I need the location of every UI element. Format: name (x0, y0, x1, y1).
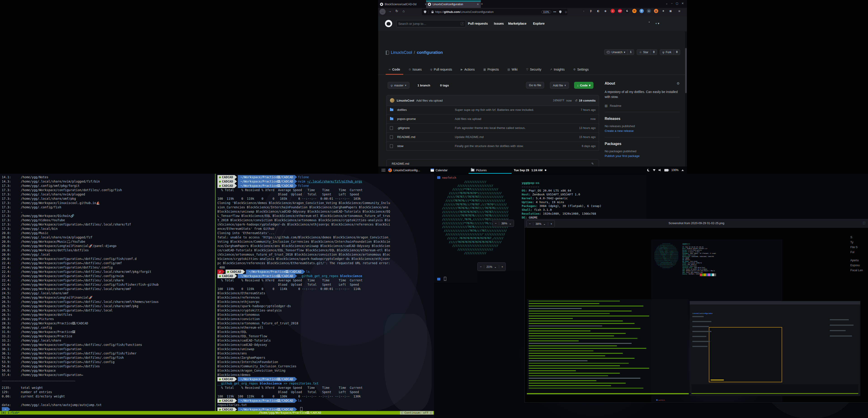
repo-tab-wiki[interactable]: ▤Wiki (504, 64, 521, 74)
file-link[interactable]: dotfiles (397, 108, 455, 112)
back-button[interactable]: ← (379, 8, 385, 15)
maximize-icon[interactable]: ▢ (676, 2, 678, 5)
tracking-shield-icon[interactable] (424, 10, 426, 13)
readme-link[interactable]: ▤Readme (604, 104, 680, 108)
commit-message-link[interactable]: Update README.md (455, 135, 571, 139)
minimize-icon[interactable]: − (671, 2, 673, 5)
gnome-shell-icon[interactable]: G (625, 9, 629, 13)
file-row[interactable]: README.mdUpdate README.md15 hours ago (387, 132, 599, 141)
readme-filename[interactable]: README.md (392, 162, 409, 165)
image-viewer-headerbar[interactable]: − 38%⌄ + Screenshot from 2020-09-29 01-0… (525, 219, 868, 228)
star-button[interactable]: ☆Star 0 (637, 49, 657, 55)
clipboard-icon[interactable]: ▤ (669, 9, 673, 13)
science-icon[interactable]: ✳ (661, 9, 665, 13)
commit-message-link[interactable]: Fork agnoster theme into local theme cal… (455, 126, 571, 129)
nav-pull-requests[interactable]: Pull requests (468, 22, 488, 25)
browser-tab-active[interactable]: LinuxIsCool/configuration ✕ (426, 1, 481, 8)
repo-tab-actions[interactable]: ▶Actions (458, 64, 478, 74)
url-bar[interactable]: https://github.com/LinuxIsCool/configura… (422, 9, 567, 15)
zoom-level-badge[interactable]: 110% (541, 10, 551, 13)
go-to-file-button[interactable]: Go to file (526, 82, 544, 88)
account-icon[interactable]: ◉ (603, 9, 608, 13)
close-tab-icon[interactable]: ✕ (477, 3, 479, 6)
fork-count[interactable]: 0 (674, 49, 680, 55)
repo-owner-link[interactable]: LinuxIsCool (391, 50, 412, 55)
file-link[interactable]: README.md (397, 135, 455, 139)
menu-icon[interactable]: ≡ (678, 9, 680, 13)
terminal-pane-shell[interactable]: CADCAD~/Workspace/Practice🖼/CADCADfclone… (217, 175, 432, 411)
file-row[interactable]: dotfilesSuper supe up my fish with fzf. … (387, 106, 599, 114)
new-tab-button[interactable]: + (481, 2, 483, 6)
file-row[interactable]: stowFinally got the structure down for d… (387, 141, 599, 150)
zoom-in-button[interactable]: + (499, 265, 505, 268)
branch-count[interactable]: 1 branch (417, 84, 430, 87)
create-release-link[interactable]: Create a new release (604, 129, 680, 132)
commit-message-link[interactable]: Finally got the structure down for dotfi… (455, 144, 571, 148)
globe-icon[interactable]: ◎ (654, 9, 658, 13)
code-button[interactable]: ↓Code▾ (574, 82, 593, 89)
browser-tab[interactable]: BlockScience/cadCAD-Od ✕ (378, 1, 429, 8)
file-link[interactable]: stow (397, 144, 455, 148)
repo-tab-security[interactable]: ▽Security (523, 64, 545, 74)
publish-package-link[interactable]: Publish your first package (604, 154, 680, 158)
branch-selector[interactable]: ψ master▾ (388, 82, 409, 89)
file-row[interactable]: .gitignoreFork agnoster theme into local… (387, 123, 599, 132)
image-viewer-zoom-control-back[interactable]: − 38%⌄ (492, 220, 514, 227)
adblock-plus-icon[interactable]: ABP (618, 9, 622, 13)
image-viewer-zoom-control-small[interactable]: − 21%⌄ + (477, 262, 506, 271)
pocket-icon[interactable] (559, 10, 561, 13)
tmux-pane-divider[interactable] (215, 174, 216, 411)
page-actions-icon[interactable]: ••• (553, 10, 556, 13)
commit-message-link[interactable]: Add files via upload (416, 99, 442, 102)
list-tabs-icon[interactable]: ⌄ (666, 2, 668, 5)
task-calendar[interactable]: Calendar (428, 167, 450, 174)
repo-tab-issues[interactable]: ⊙Issues (405, 64, 425, 74)
commit-author-link[interactable]: LinuxIsCool (397, 99, 414, 102)
forward-button[interactable]: → (388, 9, 392, 13)
nav-explore[interactable]: Explore (533, 22, 545, 25)
nav-marketplace[interactable]: Marketplace (508, 22, 526, 25)
github-search[interactable]: Search or jump to… / (396, 20, 466, 27)
repo-tab-insights[interactable]: ↗Insights (547, 64, 568, 74)
commits-link[interactable]: 19 commits (579, 99, 596, 102)
reload-button[interactable]: ↻ (395, 9, 398, 13)
star-count[interactable]: 0 (651, 49, 657, 55)
download-icon[interactable]: ↓ (582, 9, 586, 13)
close-window-icon[interactable]: ✕ (682, 2, 684, 5)
github-logo-icon[interactable] (385, 20, 392, 27)
edit-readme-icon[interactable]: ✎ (591, 162, 594, 165)
task-firefox[interactable]: LinuxIsCool/config... (386, 167, 422, 174)
repo-tab-pull-requests[interactable]: ψPull requests (427, 64, 456, 74)
commit-message-link[interactable]: Add files via upload (455, 117, 571, 121)
watch-count[interactable]: 1 (628, 49, 634, 55)
commit-message-link[interactable]: Super supe up my fish with fzf. Batterie… (455, 108, 571, 112)
repo-name-link[interactable]: configuration (417, 50, 443, 55)
fork-button[interactable]: ψFork 0 (660, 49, 680, 55)
repo-tab-code[interactable]: ‹›Code (385, 64, 403, 74)
zoom-out-button[interactable]: − (477, 265, 484, 268)
file-row[interactable]: popos-gnomeAdd files via uploadnow (387, 114, 599, 123)
repo-tab-projects[interactable]: ▦Projects (480, 64, 502, 74)
unwatch-button[interactable]: Unwatch▾ 1 (604, 49, 634, 55)
sidebar-icon[interactable]: ◧ (596, 9, 600, 13)
system-tray[interactable]: 100% (647, 167, 684, 174)
library-icon[interactable]: ∥\ (589, 9, 593, 13)
clock[interactable]: Tue Sep 29 1:24 AM (514, 167, 546, 174)
metamask-fox-icon[interactable]: M (632, 9, 637, 13)
add-file-button[interactable]: Add file▾ (550, 82, 569, 89)
task-pictures[interactable]: Pictures (469, 167, 512, 174)
nav-issues[interactable]: Issues (494, 22, 504, 25)
bookmark-star-icon[interactable]: ☆ (564, 10, 567, 14)
zoom-out-button[interactable]: − (493, 222, 499, 225)
scrollbar[interactable] (685, 32, 687, 174)
fullscreen-icon[interactable]: ⛶ (863, 221, 865, 225)
file-link[interactable]: popos-gnome (397, 117, 455, 121)
commit-sha-link[interactable]: 2d9ddff (553, 99, 564, 102)
file-link[interactable]: .gitignore (397, 126, 455, 129)
home-button[interactable]: ⌂ (403, 9, 405, 13)
avatar[interactable] (390, 98, 395, 103)
create-new-icon[interactable]: + ▾ (655, 22, 659, 25)
repo-tab-settings[interactable]: ⚙Settings (570, 64, 592, 74)
tag-count[interactable]: 0 tags (440, 84, 449, 87)
youtube-enhancer-icon[interactable]: » (611, 9, 615, 13)
